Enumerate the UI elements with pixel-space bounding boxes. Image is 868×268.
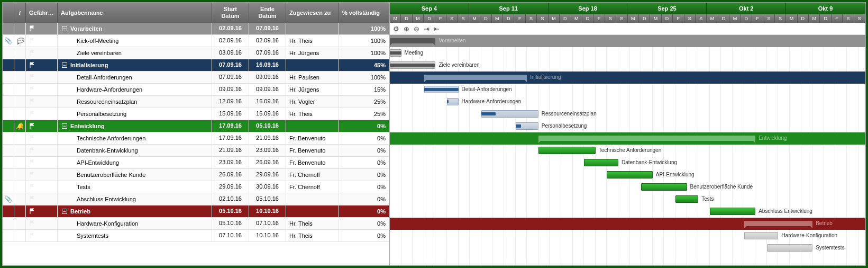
summary-row[interactable]: −Initialisierung07.09.1616.09.1645% [3, 59, 389, 72]
col-gefahr[interactable]: Gefähr… [26, 3, 58, 23]
cell-zug[interactable]: Hr. Paulsen [286, 72, 339, 83]
day-header[interactable]: D [503, 14, 514, 23]
flag-icon[interactable] [29, 220, 35, 227]
row-info-cell[interactable] [14, 181, 26, 193]
task-bar[interactable] [767, 244, 812, 252]
cell-pct[interactable]: 0% [339, 145, 389, 156]
cell-end[interactable]: 09.09.16 [249, 72, 286, 83]
cell-pct[interactable]: 25% [339, 96, 389, 108]
comment-icon[interactable]: 💬 [16, 38, 24, 44]
row-flag-col[interactable] [26, 218, 58, 229]
cell-pct[interactable]: 0% [339, 120, 389, 132]
cell-pct[interactable]: 25% [339, 108, 389, 120]
cell-start[interactable]: 29.09.16 [212, 181, 249, 193]
col-end[interactable]: EndeDatum [249, 3, 286, 23]
cell-zug[interactable]: Fr. Chernoff [286, 181, 339, 193]
task-row[interactable]: Ziele vereinbaren03.09.1607.09.16Hr. Jür… [3, 47, 389, 59]
cell-start[interactable]: 26.09.16 [212, 169, 249, 181]
cell-end[interactable]: 02.09.16 [249, 35, 286, 47]
cell-zug[interactable]: Hr. Theis [286, 108, 339, 120]
collapse-icon[interactable]: − [62, 26, 67, 31]
day-header[interactable]: D [480, 14, 491, 23]
row-flag-cell[interactable] [3, 120, 14, 132]
task-name-cell[interactable]: Ressourceneinsatzplan [58, 96, 212, 108]
flag-icon[interactable] [29, 147, 35, 154]
row-flag-col[interactable] [26, 181, 58, 193]
cell-zug[interactable] [286, 206, 339, 217]
flag-icon[interactable] [29, 208, 35, 215]
day-header[interactable]: S [526, 14, 537, 23]
day-header[interactable]: M [707, 14, 718, 23]
row-flag-cell[interactable] [3, 145, 14, 156]
flag-icon[interactable] [29, 62, 35, 68]
day-header[interactable]: S [854, 14, 865, 23]
day-header[interactable]: D [424, 14, 435, 23]
bell-icon[interactable]: 🔔 [16, 122, 24, 130]
cell-start[interactable]: 17.09.16 [212, 132, 249, 144]
row-flag-col[interactable] [26, 59, 58, 71]
task-row[interactable]: 📎Abschluss Entwicklung02.10.1605.10.160% [3, 193, 389, 206]
day-header[interactable]: M [413, 14, 424, 23]
cell-zug[interactable]: Hr. Theis [286, 35, 339, 47]
day-header[interactable]: F [832, 14, 843, 23]
task-name-cell[interactable]: Abschluss Entwicklung [58, 193, 212, 205]
day-header[interactable]: D [820, 14, 831, 23]
task-row[interactable]: Personalbesetzung15.09.1616.09.16Hr. The… [3, 108, 389, 120]
col-zugewiesen[interactable]: Zugewiesen zu [286, 3, 339, 23]
row-info-cell[interactable]: 💬 [14, 35, 26, 47]
cell-start[interactable]: 07.09.16 [212, 72, 249, 83]
summary-bar[interactable] [390, 38, 435, 43]
cell-zug[interactable] [286, 120, 339, 132]
cell-pct[interactable]: 100% [339, 35, 389, 47]
attachment-icon[interactable]: 📎 [4, 195, 12, 203]
col-name[interactable]: Aufgabenname [58, 3, 212, 23]
row-info-cell[interactable] [14, 169, 26, 181]
day-header[interactable]: M [571, 14, 582, 23]
cell-start[interactable]: 02.09.16 [212, 35, 249, 47]
week-header[interactable]: Sep 4 [390, 3, 469, 14]
row-flag-cell[interactable] [3, 157, 14, 168]
day-header[interactable]: D [741, 14, 752, 23]
row-info-cell[interactable] [14, 218, 26, 229]
day-header[interactable]: S [616, 14, 627, 23]
week-header[interactable]: Okt 9 [786, 3, 865, 14]
task-row[interactable]: Detail-Anforderungen07.09.1609.09.16Hr. … [3, 72, 389, 84]
row-flag-cell[interactable] [3, 206, 14, 217]
task-row[interactable]: Ressourceneinsatzplan12.09.1616.09.16Hr.… [3, 96, 389, 108]
cell-end[interactable]: 07.09.16 [249, 23, 286, 34]
row-flag-col[interactable] [26, 108, 58, 120]
cell-end[interactable]: 09.09.16 [249, 84, 286, 95]
cell-zug[interactable]: Fr. Benvenuto [286, 145, 339, 156]
row-flag-cell[interactable] [3, 96, 14, 108]
cell-zug[interactable] [286, 193, 339, 205]
task-name-cell[interactable]: Benutzeroberfläche Kunde [58, 169, 212, 181]
flag-icon[interactable] [29, 38, 35, 44]
row-info-cell[interactable]: 🔔 [14, 120, 26, 132]
task-row[interactable]: Technische Anforderungen17.09.1621.09.16… [3, 132, 389, 145]
cell-pct[interactable]: 0% [339, 230, 389, 242]
row-info-cell[interactable] [14, 47, 26, 59]
cell-pct[interactable]: 0% [339, 193, 389, 205]
cell-start[interactable]: 05.10.16 [212, 206, 249, 217]
task-row[interactable]: Hardware-Konfiguration05.10.1607.10.16Hr… [3, 218, 389, 230]
task-bar[interactable] [641, 183, 687, 191]
gantt-grid[interactable]: VorarbeitenMeetingZiele vereinbarenIniti… [390, 35, 865, 265]
day-header[interactable]: M [549, 14, 560, 23]
day-header[interactable]: M [469, 14, 480, 23]
task-row[interactable]: Datenbank-Entwicklung21.09.1623.09.16Fr.… [3, 145, 389, 157]
row-info-cell[interactable] [14, 59, 26, 71]
col-flag[interactable] [3, 3, 14, 23]
task-name-cell[interactable]: Hardware-Konfiguration [58, 218, 212, 229]
day-header[interactable]: D [401, 14, 412, 23]
row-flag-col[interactable] [26, 120, 58, 132]
cell-zug[interactable]: Hr. Jürgens [286, 47, 339, 59]
row-flag-cell[interactable] [3, 59, 14, 71]
task-name-cell[interactable]: −Vorarbeiten [58, 23, 212, 34]
row-flag-cell[interactable] [3, 23, 14, 34]
row-info-cell[interactable] [14, 108, 26, 120]
cell-zug[interactable]: Fr. Benvenuto [286, 157, 339, 168]
task-row[interactable]: API-Entwicklung23.09.1626.09.16Fr. Benve… [3, 157, 389, 169]
task-name-cell[interactable]: Systemtests [58, 230, 212, 242]
flag-icon[interactable] [29, 25, 35, 32]
summary-bar[interactable] [538, 136, 755, 141]
